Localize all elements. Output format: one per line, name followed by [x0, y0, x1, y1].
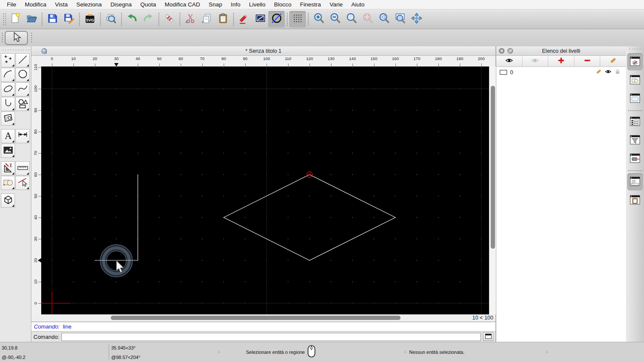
menu-quota[interactable]: Quota	[136, 0, 161, 9]
menu-vista[interactable]: Vista	[51, 0, 72, 9]
menu-info[interactable]: Info	[227, 0, 245, 9]
toolbar-separator	[40, 12, 43, 26]
vertical-scrollbar-thumb[interactable]	[491, 86, 495, 249]
zoom-in-button[interactable]	[310, 11, 327, 27]
layer-visible-icon[interactable]	[605, 69, 611, 76]
svg-export-button[interactable]: SVG	[82, 11, 98, 27]
dock-toolbar-drag-handle[interactable]	[629, 48, 641, 51]
clipboard-panel-dock-button[interactable]	[627, 192, 643, 209]
main-toolbar: SVG++	[0, 9, 644, 29]
tool-deselect-button[interactable]	[15, 176, 30, 190]
layer-panel-header: Elenco dei livelli	[496, 46, 626, 56]
tool-image-button[interactable]	[1, 144, 15, 158]
layer-row[interactable]: 0	[496, 67, 626, 77]
menu-blocco[interactable]: Blocco	[270, 0, 296, 9]
zoom-select-button[interactable]	[359, 11, 376, 27]
copy-button[interactable]: +	[198, 11, 215, 27]
drawing-canvas[interactable]	[41, 66, 489, 314]
print-preview-button[interactable]	[103, 11, 119, 27]
tool-modify-button[interactable]	[1, 161, 15, 175]
layer-color-swatch[interactable]	[500, 70, 507, 75]
cut-button[interactable]: +	[182, 11, 198, 27]
toolbar-drag-handle[interactable]	[30, 32, 33, 43]
hruler-label: 180	[435, 56, 442, 61]
redo-icon	[143, 12, 154, 26]
tool-line-button[interactable]	[15, 53, 30, 67]
menu-file[interactable]: File	[3, 0, 21, 9]
palette-drag-handle[interactable]	[2, 48, 29, 51]
menu-livello[interactable]: Livello	[245, 0, 270, 9]
toolbar-drag-handle[interactable]	[1, 32, 4, 43]
add-layer-button[interactable]	[548, 56, 574, 66]
remove-layer-button[interactable]	[574, 56, 601, 66]
menu-aiuto[interactable]: Aiuto	[347, 0, 369, 9]
library-browser-dock-button[interactable]	[627, 90, 643, 107]
menu-modifica-cad[interactable]: Modifica CAD	[160, 0, 204, 9]
tool-text-button[interactable]: A	[1, 129, 15, 143]
save-as-button[interactable]	[61, 11, 77, 27]
tool-shapes-button[interactable]	[15, 97, 30, 111]
tool-polyline-button[interactable]	[1, 97, 15, 111]
hruler-tick	[481, 63, 482, 66]
menu-snap[interactable]: Snap	[204, 0, 227, 9]
draft-mode-button[interactable]	[268, 11, 285, 27]
entity-list-dock-button[interactable]	[627, 113, 643, 130]
save-button[interactable]	[44, 11, 61, 27]
hruler-label: 170	[413, 56, 420, 61]
zoom-auto-button[interactable]	[343, 11, 359, 27]
zoom-window-button[interactable]	[392, 11, 408, 27]
delete-button[interactable]	[161, 11, 177, 27]
block-list-dock-button[interactable]	[627, 72, 643, 89]
zoom-out-button[interactable]	[327, 11, 343, 27]
copy-icon: +	[201, 12, 213, 26]
zoom-pan-button[interactable]	[408, 11, 425, 27]
toolbar-drag-handle[interactable]	[3, 13, 6, 26]
vruler-tick	[38, 282, 41, 282]
tool-arc-button[interactable]	[1, 68, 15, 82]
horizontal-scrollbar[interactable]	[31, 314, 465, 322]
tool-spline-button[interactable]	[15, 82, 30, 97]
edit-layer-button[interactable]	[600, 56, 626, 66]
tool-blocks-button[interactable]	[1, 176, 15, 190]
menu-disegna[interactable]: Disegna	[106, 0, 136, 9]
command-line-dock-button[interactable]	[627, 173, 643, 190]
selection-filter-dock-button[interactable]	[627, 132, 643, 149]
line-attributes-button[interactable]	[252, 11, 268, 27]
tool-dimension-button[interactable]	[15, 129, 30, 143]
grid-button[interactable]	[289, 11, 306, 27]
tool-solid-button[interactable]	[1, 193, 15, 208]
hruler-label: 140	[349, 56, 356, 61]
layer-lock-icon[interactable]	[614, 69, 621, 76]
edit-layer-icon[interactable]	[595, 69, 602, 76]
hruler-label: 160	[392, 56, 399, 61]
svg-text:+: +	[201, 20, 204, 24]
command-window-button[interactable]	[483, 332, 493, 341]
undo-button[interactable]	[124, 11, 140, 27]
document-titlebar[interactable]: * Senza titolo 1	[31, 46, 495, 56]
tool-circle-button[interactable]	[15, 68, 30, 82]
menu-varie[interactable]: Varie	[325, 0, 347, 9]
tool-hatch-button[interactable]	[1, 112, 15, 126]
command-input[interactable]	[61, 333, 481, 341]
open-button[interactable]	[23, 11, 39, 27]
redo-button[interactable]	[140, 11, 156, 27]
selection-arrow-button[interactable]	[5, 31, 28, 45]
menu-finestra[interactable]: Finestra	[296, 0, 325, 9]
layer-list-dock-button[interactable]	[627, 53, 643, 70]
show-all-layers-button[interactable]	[496, 56, 522, 66]
menu-modifica[interactable]: Modifica	[21, 0, 51, 9]
paste-button[interactable]	[215, 11, 231, 27]
horizontal-scrollbar-thumb[interactable]	[111, 316, 401, 320]
command-options-dock-button[interactable]	[627, 150, 643, 167]
attributes-pencil-button[interactable]	[236, 11, 252, 27]
menu-seleziona[interactable]: Seleziona	[72, 0, 106, 9]
tool-points-button[interactable]	[1, 53, 15, 67]
new-button[interactable]	[7, 11, 23, 27]
vertical-scrollbar[interactable]	[489, 66, 496, 314]
hruler-tick	[352, 63, 353, 66]
tool-ellipse-button[interactable]	[1, 82, 15, 97]
command-line-dock: Comando:	[31, 331, 495, 342]
zoom-previous-button[interactable]	[376, 11, 392, 27]
tool-measure-button[interactable]	[15, 161, 30, 175]
hide-all-layers-button[interactable]	[522, 56, 549, 66]
